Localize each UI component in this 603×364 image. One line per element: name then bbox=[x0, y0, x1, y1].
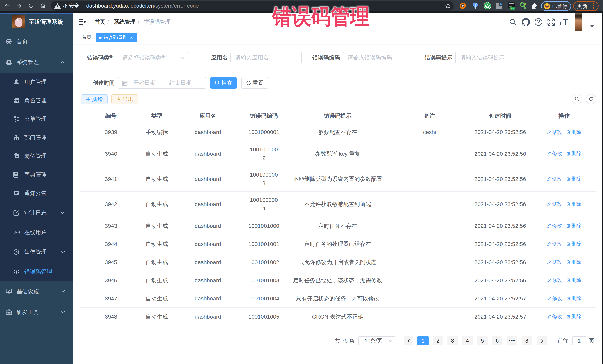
svg-text:on: on bbox=[511, 7, 514, 10]
